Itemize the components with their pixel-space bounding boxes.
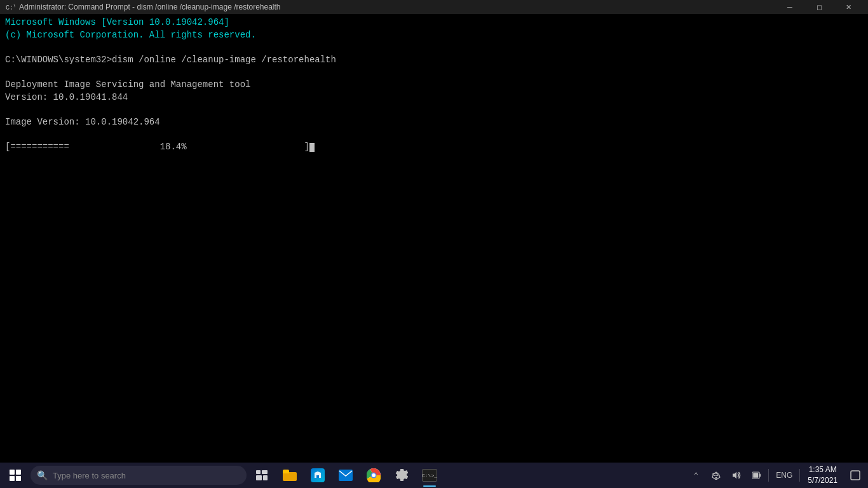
notification-icon [850,470,860,480]
clock-time: 1:35 AM [809,464,837,475]
svg-rect-14 [753,473,758,478]
svg-rect-7 [339,470,353,481]
svg-rect-15 [851,471,860,480]
terminal-line-3 [5,41,863,54]
store-icon [311,468,325,482]
tray-volume-icon[interactable] [728,463,745,488]
tray-separator [768,469,769,482]
terminal-line-8 [5,104,863,116]
language-label: ENG [776,471,792,480]
tray-network-icon[interactable] [707,463,725,488]
tray-battery-icon[interactable] [748,463,766,488]
svg-rect-6 [316,475,319,478]
cmd-icon: C:\ [5,2,15,12]
task-view-icon [256,470,268,480]
tray-separator-2 [799,469,800,482]
title-bar: C:\ Administrator: Command Prompt - dism… [0,0,868,14]
taskbar-store[interactable] [305,463,330,488]
svg-point-10 [372,473,376,477]
svg-point-11 [715,477,717,479]
terminal-line-10 [5,128,863,141]
system-tray: ⌃ [687,463,865,488]
window-controls: ─ ◻ ✕ [775,0,863,14]
notification-center-button[interactable] [845,463,865,488]
windows-logo-icon [10,470,21,481]
search-input[interactable]: Type here to search [53,471,126,480]
window-title: Administrator: Command Prompt - dism /on… [19,3,281,11]
chevron-up-icon: ⌃ [694,471,698,480]
taskbar: 🔍 Type here to search [0,463,868,488]
svg-rect-5 [263,475,268,480]
terminal-line-7: Version: 10.0.19041.844 [5,92,863,104]
task-view-button[interactable] [249,463,275,488]
svg-rect-3 [262,470,268,474]
close-button[interactable]: ✕ [834,0,863,14]
terminal-line-4: C:\WINDOWS\system32>dism /online /cleanu… [5,54,863,67]
svg-text:C:\: C:\ [6,4,15,11]
taskbar-chrome[interactable] [361,463,386,488]
chrome-icon [367,468,381,482]
gear-icon [395,469,408,482]
terminal-line-1: Microsoft Windows [Version 10.0.19042.96… [5,17,863,29]
terminal-line-5 [5,66,863,79]
terminal-line-6: Deployment Image Servicing and Managemen… [5,79,863,92]
svg-rect-2 [256,470,261,474]
folder-icon [283,470,297,481]
mail-icon [339,470,353,481]
taskbar-file-explorer[interactable] [277,463,302,488]
tray-language[interactable]: ENG [771,463,797,488]
svg-rect-4 [256,475,262,480]
battery-icon [752,471,761,479]
minimize-button[interactable]: ─ [775,0,804,14]
network-icon [711,471,721,480]
terminal-progress-line: [=========== 18.4% ] [5,141,863,154]
start-button[interactable] [3,463,28,488]
search-bar[interactable]: 🔍 Type here to search [31,466,247,485]
taskbar-settings[interactable] [389,463,414,488]
terminal-line-9: Image Version: 10.0.19042.964 [5,116,863,129]
cmd-taskbar-icon: C:\>_ [422,469,437,482]
title-bar-left: C:\ Administrator: Command Prompt - dism… [5,2,281,12]
search-icon: 🔍 [37,470,48,481]
speaker-icon [731,471,742,480]
restore-button[interactable]: ◻ [804,0,834,14]
svg-rect-13 [759,474,761,477]
taskbar-mail[interactable] [333,463,358,488]
tray-overflow-button[interactable]: ⌃ [687,463,705,488]
terminal-line-2: (c) Microsoft Corporation. All rights re… [5,29,863,42]
terminal-window[interactable]: Microsoft Windows [Version 10.0.19042.96… [0,14,868,463]
system-clock[interactable]: 1:35 AM 5/7/2021 [803,463,843,488]
cmd-icon-text: C:\>_ [422,473,437,478]
taskbar-cmd[interactable]: C:\>_ [417,463,442,488]
clock-date: 5/7/2021 [808,475,837,486]
